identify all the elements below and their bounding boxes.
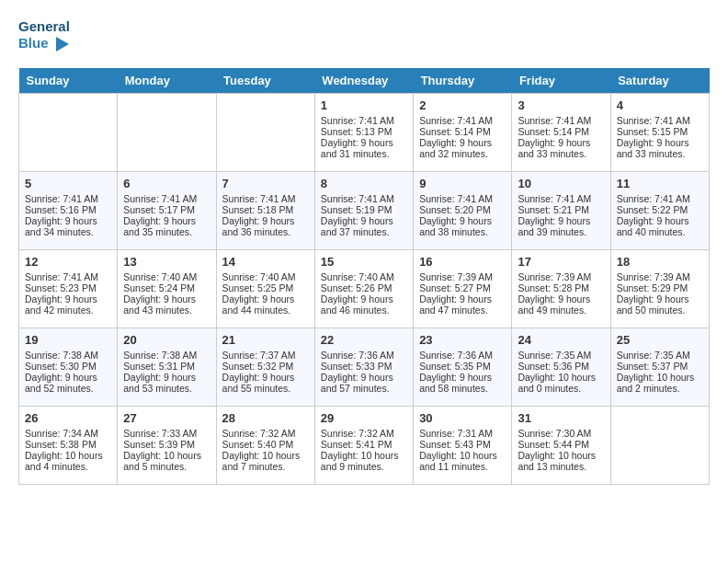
day-info: Daylight: 9 hours (123, 372, 210, 383)
day-info: Sunrise: 7:41 AM (321, 193, 407, 204)
day-info: Sunrise: 7:34 AM (25, 428, 111, 439)
day-info: Sunrise: 7:32 AM (321, 428, 407, 439)
day-number: 2 (419, 98, 506, 112)
day-cell-34 (610, 407, 709, 485)
day-info: Sunrise: 7:41 AM (25, 193, 111, 204)
day-cell-29: 27Sunrise: 7:33 AMSunset: 5:39 PMDayligh… (118, 407, 216, 485)
day-number: 18 (617, 255, 703, 269)
day-cell-21: 19Sunrise: 7:38 AMSunset: 5:30 PMDayligh… (19, 328, 118, 407)
day-info: Sunrise: 7:36 AM (321, 350, 407, 361)
day-cell-3: 1Sunrise: 7:41 AMSunset: 5:13 PMDaylight… (314, 94, 413, 172)
day-info: Sunset: 5:31 PM (123, 361, 210, 372)
day-info: Sunset: 5:37 PM (617, 361, 703, 372)
day-info: and 50 minutes. (617, 304, 703, 316)
day-cell-16: 14Sunrise: 7:40 AMSunset: 5:25 PMDayligh… (216, 250, 314, 328)
day-info: Sunrise: 7:41 AM (419, 193, 506, 204)
day-info: Daylight: 10 hours (321, 450, 407, 461)
logo: General Blue (18, 18, 70, 52)
day-cell-6: 4Sunrise: 7:41 AMSunset: 5:15 PMDaylight… (610, 94, 709, 172)
day-info: Sunset: 5:20 PM (419, 204, 506, 215)
day-info: Daylight: 10 hours (222, 450, 309, 461)
day-info: and 33 minutes. (617, 148, 703, 159)
day-cell-25: 23Sunrise: 7:36 AMSunset: 5:35 PMDayligh… (414, 328, 512, 407)
day-number: 28 (222, 411, 309, 425)
day-info: Daylight: 9 hours (321, 293, 407, 304)
day-cell-5: 3Sunrise: 7:41 AMSunset: 5:14 PMDaylight… (512, 94, 610, 172)
day-info: Sunrise: 7:30 AM (518, 428, 604, 439)
day-number: 13 (123, 255, 210, 269)
col-header-tuesday: Tuesday (216, 68, 314, 94)
day-number: 30 (419, 411, 506, 425)
logo-arrow-icon (56, 37, 69, 52)
day-info: Daylight: 10 hours (25, 450, 111, 461)
col-header-friday: Friday (512, 68, 610, 94)
day-info: Sunrise: 7:40 AM (321, 271, 407, 282)
day-info: Sunset: 5:29 PM (617, 282, 703, 293)
day-info: Sunrise: 7:40 AM (222, 271, 309, 282)
day-cell-30: 28Sunrise: 7:32 AMSunset: 5:40 PMDayligh… (216, 407, 314, 485)
day-info: and 58 minutes. (419, 383, 506, 394)
day-info: Sunrise: 7:35 AM (518, 350, 604, 361)
day-cell-28: 26Sunrise: 7:34 AMSunset: 5:38 PMDayligh… (19, 407, 118, 485)
day-info: Sunset: 5:21 PM (518, 204, 604, 215)
day-number: 21 (222, 333, 309, 347)
day-info: and 57 minutes. (321, 383, 407, 394)
day-info: Sunset: 5:19 PM (321, 204, 407, 215)
day-info: Daylight: 9 hours (617, 137, 703, 148)
day-info: Daylight: 9 hours (321, 215, 407, 226)
day-cell-11: 9Sunrise: 7:41 AMSunset: 5:20 PMDaylight… (414, 172, 512, 250)
day-info: and 34 minutes. (25, 226, 111, 237)
day-number: 26 (25, 411, 111, 425)
day-info: Sunset: 5:23 PM (25, 282, 111, 293)
day-info: Sunset: 5:33 PM (321, 361, 407, 372)
day-info: and 40 minutes. (617, 226, 703, 237)
day-cell-14: 12Sunrise: 7:41 AMSunset: 5:23 PMDayligh… (19, 250, 118, 328)
day-info: and 32 minutes. (419, 148, 506, 159)
day-info: Sunrise: 7:40 AM (123, 271, 210, 282)
day-number: 6 (123, 177, 210, 190)
day-info: Daylight: 9 hours (518, 215, 604, 226)
day-info: Sunset: 5:27 PM (419, 282, 506, 293)
day-info: Sunset: 5:25 PM (222, 282, 309, 293)
day-cell-22: 20Sunrise: 7:38 AMSunset: 5:31 PMDayligh… (118, 328, 216, 407)
day-info: Sunset: 5:28 PM (518, 282, 604, 293)
day-info: Sunset: 5:14 PM (518, 126, 604, 137)
day-cell-10: 8Sunrise: 7:41 AMSunset: 5:19 PMDaylight… (314, 172, 413, 250)
day-info: and 44 minutes. (222, 304, 309, 316)
day-info: Daylight: 9 hours (419, 293, 506, 304)
day-number: 5 (25, 177, 111, 190)
day-info: Daylight: 9 hours (321, 372, 407, 383)
day-info: and 37 minutes. (321, 226, 407, 237)
day-info: Daylight: 10 hours (518, 450, 604, 461)
day-info: Daylight: 9 hours (321, 137, 407, 148)
day-cell-17: 15Sunrise: 7:40 AMSunset: 5:26 PMDayligh… (314, 250, 413, 328)
day-info: Daylight: 9 hours (222, 293, 309, 304)
day-number: 15 (321, 255, 407, 269)
day-number: 8 (321, 177, 407, 190)
day-number: 1 (321, 98, 407, 112)
day-number: 23 (419, 333, 506, 347)
day-info: and 53 minutes. (123, 383, 210, 394)
day-cell-20: 18Sunrise: 7:39 AMSunset: 5:29 PMDayligh… (610, 250, 709, 328)
page-container: General Blue SundayMondayTuesdayWednesda… (18, 18, 710, 485)
week-row-5: 26Sunrise: 7:34 AMSunset: 5:38 PMDayligh… (19, 407, 710, 485)
day-info: and 46 minutes. (321, 304, 407, 316)
day-info: and 4 minutes. (25, 461, 111, 472)
logo-line1: General (18, 18, 70, 35)
day-info: Sunrise: 7:41 AM (617, 115, 703, 126)
day-cell-18: 16Sunrise: 7:39 AMSunset: 5:27 PMDayligh… (414, 250, 512, 328)
week-row-2: 5Sunrise: 7:41 AMSunset: 5:16 PMDaylight… (19, 172, 710, 250)
day-info: and 2 minutes. (617, 383, 703, 394)
day-number: 25 (617, 333, 703, 347)
day-info: and 39 minutes. (518, 226, 604, 237)
day-number: 16 (419, 255, 506, 269)
day-info: Sunrise: 7:32 AM (222, 428, 309, 439)
day-cell-23: 21Sunrise: 7:37 AMSunset: 5:32 PMDayligh… (216, 328, 314, 407)
col-header-monday: Monday (118, 68, 216, 94)
day-info: Sunset: 5:41 PM (321, 439, 407, 450)
day-number: 10 (518, 177, 604, 190)
col-header-thursday: Thursday (414, 68, 512, 94)
day-info: Sunset: 5:24 PM (123, 282, 210, 293)
day-info: and 13 minutes. (518, 461, 604, 472)
day-info: Sunrise: 7:41 AM (617, 193, 703, 204)
